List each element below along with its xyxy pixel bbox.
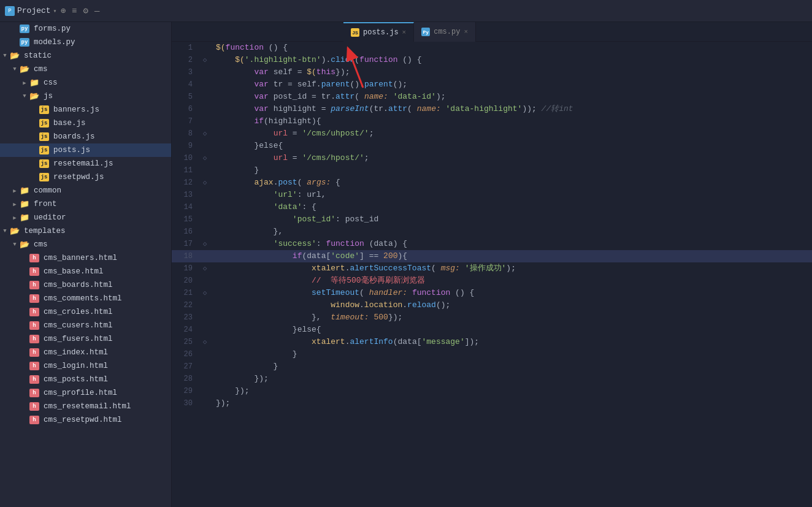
code-token: attr [335,92,354,101]
sidebar-item[interactable]: jsboards.js [0,130,171,143]
code-token: ajax [254,178,273,187]
code-token: )); [522,104,541,113]
html-file-icon: h [29,294,39,303]
sidebar-item[interactable]: jsresetemail.js [0,157,171,170]
sidebar-item[interactable]: hcms_resetemail.html [0,400,171,413]
tab-close-icon[interactable]: × [402,29,407,36]
code-line: 16 }, [172,226,812,238]
sidebar-item[interactable]: hcms_fusers.html [0,332,171,346]
code-editor[interactable]: 1$(function () {2◇ $('.highlight-btn').c… [172,42,812,507]
line-number: 30 [172,397,199,410]
code-token: '操作成功' [465,264,507,273]
code-token: if [254,116,264,126]
code-token: handler: [364,288,407,297]
sidebar-item[interactable]: pyforms.py [0,22,171,36]
line-gutter [199,91,211,103]
code-token: }, [216,227,283,236]
sidebar-item[interactable]: pymodels.py [0,36,171,49]
sidebar-item[interactable]: ▶📁common [0,184,171,197]
code-token: 'data-id' [393,92,436,101]
sidebar-item[interactable]: jsresetpwd.js [0,170,171,184]
sidebar-item[interactable]: ▼📂static [0,49,171,63]
sidebar-item[interactable]: hcms_login.html [0,359,171,373]
tree-item-label: posts.js [53,146,90,154]
tab-posts_js[interactable]: JSposts.js× [343,22,414,42]
line-content: ajax.post( args: { [211,177,812,189]
code-token: (data) { [364,239,407,248]
tree-item-label: common [34,186,61,195]
code-token: (data[ [302,251,331,261]
settings-icon[interactable]: ≡ [72,6,77,16]
sidebar-item[interactable]: hcms_comments.html [0,292,171,305]
minimize-icon[interactable]: — [94,6,99,16]
code-token: ( [359,288,364,297]
sidebar-item[interactable]: hcms_cusers.html [0,319,171,332]
sidebar-item[interactable]: ▶📁css [0,76,171,90]
code-line: 22 window.location.reload(); [172,299,812,311]
sidebar-item[interactable]: jsbase.js [0,116,171,130]
line-number: 29 [172,385,199,397]
tree-arrow-icon: ▼ [0,228,10,234]
line-number: 16 [172,226,199,238]
sidebar-item[interactable]: hcms_boards.html [0,278,171,292]
folder-icon: 📂 [10,227,20,235]
code-token: }); [216,398,230,408]
folder-icon: 📂 [20,65,29,74]
code-token [216,92,254,101]
line-number: 20 [172,275,199,287]
project-dropdown-icon[interactable]: ▾ [53,7,57,15]
line-number: 15 [172,213,199,226]
line-gutter [199,189,211,201]
code-token: var [254,92,268,101]
sidebar-item[interactable]: hcms_posts.html [0,373,171,386]
sidebar-item[interactable]: ▼📂cms [0,63,171,76]
code-line: 15 'post_id': post_id [172,213,812,226]
sidebar-item[interactable]: hcms_croles.html [0,305,171,319]
sidebar-item[interactable]: hcms_banners.html [0,251,171,265]
py-tab-icon: Py [421,28,430,36]
code-line: 1$(function () { [172,42,812,54]
project-label[interactable]: P Project ▾ [5,6,57,16]
sidebar-item[interactable]: jsbanners.js [0,103,171,116]
sidebar-item[interactable]: hcms_base.html [0,265,171,278]
code-line: 6 var highlight = parseInt(tr.attr( name… [172,103,812,115]
tab-close-icon[interactable]: × [464,28,468,36]
code-token: }else{ [293,325,321,334]
sidebar-item[interactable]: hcms_profile.html [0,386,171,400]
sidebar-item[interactable]: ▼📂templates [0,224,171,238]
sidebar-item[interactable]: ▶📁front [0,197,171,211]
code-token: url [274,129,288,138]
tree-arrow-icon: ▶ [20,80,29,86]
gear-icon[interactable]: ⚙ [83,6,88,16]
code-token: ] == [359,251,383,261]
sidebar[interactable]: pyforms.pypymodels.py▼📂static▼📂cms▶📁css▼… [0,22,172,507]
code-token: tr = self. [269,80,321,89]
line-gutter: ◇ [199,336,211,348]
code-token: // 等待500毫秒再刷新浏览器 [312,276,425,285]
code-token [216,251,293,261]
code-line: 14 'data': { [172,201,812,213]
sidebar-item[interactable]: hcms_index.html [0,346,171,359]
line-gutter: ◇ [199,152,211,164]
code-token: if [293,251,302,261]
html-file-icon: h [29,389,39,397]
sidebar-item[interactable]: hcms_resetpwd.html [0,413,171,427]
code-token: }); [216,374,269,383]
tree-item-label: base.js [53,119,86,128]
js-file-icon: js [39,105,49,114]
line-content: }, [211,226,812,238]
add-icon[interactable]: ⊕ [61,6,66,16]
line-number: 13 [172,189,199,201]
code-token: 'url' [274,190,297,199]
sidebar-item[interactable]: ▼📂cms [0,238,171,251]
code-token [216,215,293,224]
code-token: () { [450,288,474,297]
tree-item-label: resetpwd.js [53,173,104,181]
code-token: . [359,300,364,310]
code-token: ( [431,264,436,273]
sidebar-item[interactable]: ▼📂js [0,90,171,103]
tree-arrow-icon: ▶ [10,188,20,194]
sidebar-item[interactable]: ▶📁ueditor [0,211,171,224]
tab-cms_py[interactable]: Pycms.py× [414,22,476,42]
sidebar-item[interactable]: jsposts.js [0,143,171,157]
